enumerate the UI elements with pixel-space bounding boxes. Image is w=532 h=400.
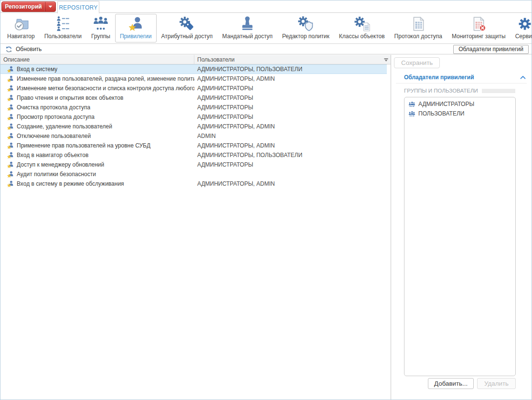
table-row[interactable]: Вход в навигатор объектовАДМИНИСТРАТОРЫ,…: [0, 150, 387, 160]
privilege-small-icon: [7, 133, 14, 140]
group-label-row: ГРУППЫ И ПОЛЬЗОВАТЕЛИ: [404, 88, 515, 94]
privilege-holders-panel: Сохранить Обладатели привилегий ГРУППЫ И…: [391, 55, 532, 400]
ribbon-item-label: Атрибутный доступ: [161, 33, 213, 40]
row-description: Применение прав пользователей на уровне …: [0, 141, 194, 150]
row-description: Изменение метки безопасности и списка ко…: [0, 84, 194, 93]
ribbon-item-policy-editor[interactable]: Редактор политик: [277, 14, 334, 42]
table-row[interactable]: Очистка протокола доступаАДМИНИСТРАТОРЫ: [0, 103, 387, 112]
member-list-item[interactable]: АДМИНИСТРАТОРЫ: [404, 99, 515, 109]
table-row[interactable]: Вход в системуАДМИНИСТРАТОРЫ, ПОЛЬЗОВАТЕ…: [0, 64, 387, 74]
privilege-small-icon: [7, 180, 14, 188]
ribbon-item-navigator[interactable]: Навигатор: [2, 14, 40, 42]
row-users: АДМИНИСТРАТОРЫ, ПОЛЬЗОВАТЕЛИ: [194, 150, 387, 160]
table-row[interactable]: Изменение метки безопасности и списка ко…: [0, 84, 387, 93]
repository-menu-label: Репозиторий: [2, 3, 45, 10]
privilege-small-icon: [7, 152, 14, 159]
row-description: Право чтения и открытия всех объектов: [0, 93, 194, 103]
protocol-icon: [410, 16, 426, 32]
ribbon-item-label: Мандатный доступ: [222, 33, 272, 40]
label-filler-bar: [482, 89, 515, 93]
privilege-small-icon: [7, 171, 14, 178]
column-header-description[interactable]: Описание: [0, 55, 194, 64]
ribbon-item-object-classes[interactable]: Классы объектов: [334, 14, 390, 42]
caret-down-icon[interactable]: [45, 2, 55, 11]
ribbon-item-label: Пользователи: [44, 33, 82, 40]
tab-repository-label: REPOSITORY: [59, 4, 97, 11]
row-users: АДМИНИСТРАТОРЫ, ПОЛЬЗОВАТЕЛИ: [194, 64, 387, 74]
row-description: Изменение прав пользователей, раздача ро…: [0, 74, 194, 84]
secondary-toolbar: Обновить Обладатели привилегий: [0, 44, 532, 54]
repository-menu-button[interactable]: Репозиторий: [1, 1, 56, 12]
row-users: АДМИНИСТРАТОРЫ: [194, 103, 387, 112]
row-description: Доступ к менеджеру обновлений: [0, 160, 194, 169]
ribbon-item-label: Группы: [91, 33, 110, 40]
groups-and-users-label: ГРУППЫ И ПОЛЬЗОВАТЕЛИ: [404, 88, 478, 94]
privilege-small-icon: [7, 161, 14, 168]
section-header[interactable]: Обладатели привилегий: [391, 71, 532, 84]
ribbon-item-security-monitoring[interactable]: Мониторинг защиты: [447, 14, 511, 42]
attr-access-icon: [179, 16, 195, 32]
policy-icon: [298, 16, 314, 32]
top-tab-bar: Репозиторий REPOSITORY: [0, 0, 532, 13]
privilege-small-icon: [7, 66, 14, 73]
ribbon-item-mandatory-access[interactable]: Мандатный доступ: [217, 14, 277, 42]
ribbon-item-label: Протокол доступа: [394, 33, 442, 40]
table-row[interactable]: Право чтения и открытия всех объектовАДМ…: [0, 93, 387, 103]
group-small-icon: [408, 101, 415, 107]
table-row[interactable]: Отключение пользователейADMIN: [0, 131, 387, 141]
column-header-users[interactable]: Пользователи: [194, 55, 391, 64]
refresh-button[interactable]: Обновить: [2, 45, 44, 53]
header-menu-icon[interactable]: [383, 56, 389, 63]
ribbon-item-service[interactable]: Сервис: [511, 14, 532, 42]
remove-button[interactable]: Удалить: [477, 378, 516, 389]
privilege-holders-toggle-button[interactable]: Обладатели привилегий: [453, 45, 529, 54]
privileges-table: Описание Пользователи Вход в системуАДМИ…: [0, 55, 391, 400]
ribbon-item-label: Редактор политик: [282, 33, 330, 40]
table-row[interactable]: Доступ к менеджеру обновленийАДМИНИСТРАТ…: [0, 160, 387, 169]
privilege-small-icon: [7, 114, 14, 121]
table-row[interactable]: Создание, удаление пользователейАДМИНИСТ…: [0, 122, 387, 131]
row-users: АДМИНИСТРАТОРЫ, ADMIN: [194, 141, 387, 150]
table-row[interactable]: Изменение прав пользователей, раздача ро…: [0, 74, 387, 84]
ribbon-item-label: Сервис: [515, 33, 532, 40]
members-listbox[interactable]: АДМИНИСТРАТОРЫПОЛЬЗОВАТЕЛИ: [404, 97, 516, 376]
row-users: АДМИНИСТРАТОРЫ: [194, 93, 387, 103]
privilege-holders-toggle-label: Обладатели привилегий: [458, 46, 523, 53]
table-row[interactable]: Вход в систему в режиме обслуживанияАДМИ…: [0, 179, 387, 189]
table-header: Описание Пользователи: [0, 55, 391, 64]
ribbon-item-groups[interactable]: Группы: [86, 14, 115, 42]
privilege-small-icon: [7, 85, 14, 92]
privilege-small-icon: [7, 142, 14, 149]
row-description: Отключение пользователей: [0, 131, 194, 141]
member-list-item[interactable]: ПОЛЬЗОВАТЕЛИ: [404, 109, 515, 118]
navigator-icon: [13, 16, 29, 32]
add-button[interactable]: Добавить...: [428, 378, 474, 389]
monitoring-icon: [470, 16, 487, 32]
ribbon-toolbar: НавигаторПользователиГруппыПривилегииАтр…: [0, 13, 532, 44]
chevron-up-icon[interactable]: [520, 75, 526, 79]
ribbon-item-users[interactable]: Пользователи: [40, 14, 86, 42]
group-small-icon: [408, 111, 415, 117]
row-description: Аудит политики безопасности: [0, 169, 194, 179]
table-row[interactable]: Применение прав пользователей на уровне …: [0, 141, 387, 150]
table-row[interactable]: Аудит политики безопасности: [0, 169, 387, 179]
save-button[interactable]: Сохранить: [394, 57, 440, 68]
service-icon: [517, 16, 532, 32]
users-icon: [55, 16, 71, 32]
ribbon-item-privileges[interactable]: Привилегии: [115, 14, 157, 42]
ribbon-item-access-protocol[interactable]: Протокол доступа: [390, 14, 447, 42]
ribbon-item-attribute-access[interactable]: Атрибутный доступ: [157, 14, 218, 42]
row-users: АДМИНИСТРАТОРЫ, ADMIN: [194, 74, 387, 84]
ribbon-item-label: Навигатор: [7, 33, 35, 40]
classes-icon: [354, 16, 370, 32]
row-description: Вход в навигатор объектов: [0, 150, 194, 160]
table-row[interactable]: Просмотр протокола доступаАДМИНИСТРАТОРЫ: [0, 112, 387, 122]
privilege-small-icon: [7, 104, 14, 111]
groups-icon: [93, 16, 109, 32]
row-users: АДМИНИСТРАТОРЫ, ADMIN: [194, 179, 387, 189]
row-users: АДМИНИСТРАТОРЫ: [194, 112, 387, 122]
refresh-icon: [5, 46, 12, 53]
tab-repository[interactable]: REPOSITORY: [57, 1, 99, 13]
ribbon-item-label: Классы объектов: [339, 33, 385, 40]
row-description: Вход в систему в режиме обслуживания: [0, 179, 194, 189]
